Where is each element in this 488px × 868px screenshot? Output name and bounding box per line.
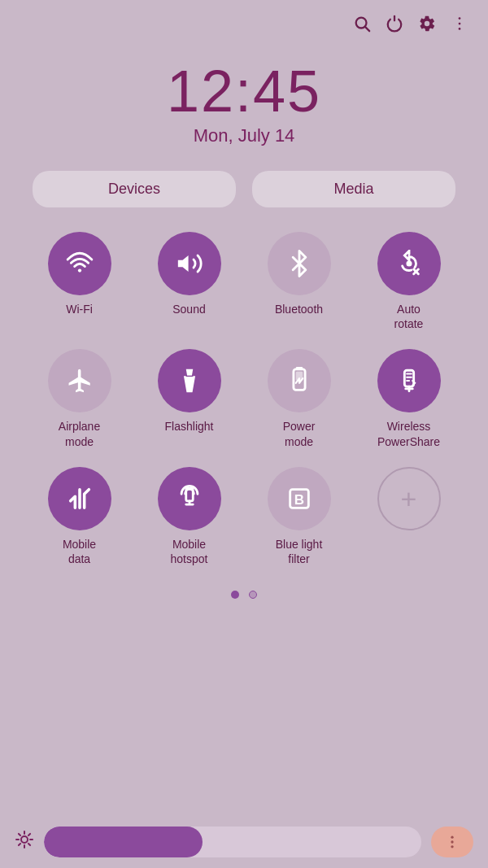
plus-icon: +	[401, 485, 417, 513]
devices-button[interactable]: Devices	[33, 171, 236, 207]
toggle-mobile-hotspot[interactable]: Mobilehotspot	[134, 467, 244, 566]
clock-section: 12:45 Mon, July 14	[0, 46, 488, 171]
mobile-hotspot-circle	[158, 467, 221, 530]
mobile-hotspot-label: Mobilehotspot	[171, 537, 208, 566]
mobile-data-label: Mobiledata	[63, 537, 96, 566]
toggle-add[interactable]: +	[354, 467, 464, 566]
toggles-grid: Wi-Fi Sound Bluetooth	[0, 232, 488, 584]
svg-point-13	[21, 836, 28, 843]
brightness-fill	[44, 827, 203, 857]
svg-point-2	[459, 17, 461, 20]
svg-line-21	[28, 834, 30, 835]
svg-line-18	[19, 834, 20, 835]
page-dots	[0, 591, 488, 599]
brightness-sun-icon	[15, 830, 34, 854]
clock-date: Mon, July 14	[0, 125, 488, 146]
power-mode-label: Powermode	[283, 419, 316, 448]
blue-light-filter-label: Blue lightfilter	[276, 537, 323, 566]
settings-icon[interactable]	[418, 15, 436, 37]
flashlight-label: Flashlight	[165, 419, 214, 434]
auto-rotate-circle	[377, 232, 441, 295]
toggle-power-mode[interactable]: Powermode	[244, 349, 354, 448]
toggle-auto-rotate[interactable]: Autorotate	[354, 232, 464, 331]
svg-line-1	[365, 27, 369, 31]
more-options-icon[interactable]	[451, 15, 468, 37]
svg-line-20	[19, 844, 20, 845]
brightness-track[interactable]	[44, 827, 421, 857]
search-icon[interactable]	[353, 15, 371, 37]
page-dot-1[interactable]	[231, 591, 239, 599]
sound-label: Sound	[172, 302, 205, 316]
svg-text:B: B	[294, 492, 303, 508]
wireless-powershare-label: WirelessPowerShare	[377, 419, 440, 448]
brightness-bar	[0, 816, 488, 868]
svg-rect-9	[404, 371, 413, 387]
svg-point-5	[77, 268, 81, 272]
toggle-bluetooth[interactable]: Bluetooth	[244, 232, 354, 331]
device-media-row: Devices Media	[0, 171, 488, 232]
add-button-circle: +	[377, 467, 441, 530]
bluetooth-circle	[268, 232, 331, 295]
auto-rotate-label: Autorotate	[394, 302, 424, 331]
airplane-label: Airplanemode	[59, 419, 100, 448]
blue-light-filter-circle: B	[268, 467, 331, 530]
wifi-circle	[48, 232, 111, 295]
page-dot-2[interactable]	[249, 591, 257, 599]
toggle-wifi[interactable]: Wi-Fi	[24, 232, 134, 331]
svg-point-23	[451, 840, 453, 843]
svg-line-19	[28, 844, 30, 845]
wifi-label: Wi-Fi	[66, 302, 93, 316]
clock-time: 12:45	[0, 62, 488, 120]
svg-point-4	[459, 28, 461, 30]
toggle-mobile-data[interactable]: Mobiledata	[24, 467, 134, 566]
svg-point-3	[459, 23, 461, 25]
toggle-wireless-powershare[interactable]: WirelessPowerShare	[354, 349, 464, 448]
flashlight-circle	[158, 349, 221, 412]
svg-point-6	[406, 260, 412, 266]
power-icon[interactable]	[386, 15, 403, 37]
svg-point-24	[451, 845, 453, 848]
toggle-blue-light-filter[interactable]: B Blue lightfilter	[244, 467, 354, 566]
top-bar	[0, 0, 488, 46]
power-mode-circle	[268, 349, 331, 412]
airplane-circle	[48, 349, 111, 412]
sound-circle	[158, 232, 221, 295]
toggle-sound[interactable]: Sound	[134, 232, 244, 331]
svg-point-22	[451, 836, 453, 839]
toggle-flashlight[interactable]: Flashlight	[134, 349, 244, 448]
wireless-powershare-circle	[377, 349, 441, 412]
bluetooth-label: Bluetooth	[275, 302, 323, 316]
media-button[interactable]: Media	[252, 171, 455, 207]
toggle-airplane[interactable]: Airplanemode	[24, 349, 134, 448]
mobile-data-circle	[48, 467, 111, 530]
brightness-menu-button[interactable]	[431, 827, 473, 857]
